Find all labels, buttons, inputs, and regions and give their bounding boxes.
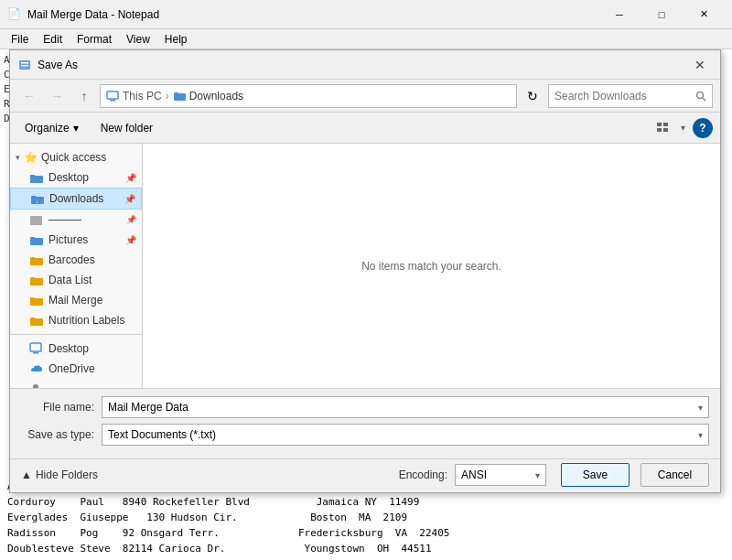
savetype-value: Text Documents (*.txt) xyxy=(108,428,216,441)
user-icon xyxy=(28,382,43,388)
sidebar-item-mailmerge[interactable]: Mail Merge xyxy=(10,290,142,310)
svg-line-6 xyxy=(703,98,705,101)
bg-line-2: Corduroy Paul 8940 Rockefeller Blvd Jama… xyxy=(7,494,725,510)
svg-rect-9 xyxy=(657,128,662,132)
window-controls: ─ □ ✕ xyxy=(598,0,725,29)
sidebar-item-downloads[interactable]: ↓ Downloads 📌 xyxy=(10,188,142,210)
notepad-content: Aristain Sir 5 Dwight St. #121 Miami FL … xyxy=(0,49,732,560)
folder-icon xyxy=(173,90,186,102)
view-arrow: ▾ xyxy=(681,123,685,133)
quick-access-label: Quick access xyxy=(41,151,106,164)
encoding-select[interactable]: ANSI ▾ xyxy=(455,464,546,486)
address-bar: ← → ↑ This PC › Downloads ↻ xyxy=(10,80,720,113)
content-area: ▾ ⭐ Quick access Desktop 📌 xyxy=(10,144,720,389)
app-icon: 📄 xyxy=(7,7,22,22)
quick-access-header[interactable]: ▾ ⭐ Quick access xyxy=(10,147,142,167)
sidebar-item-nutrition[interactable]: Nutrition Labels xyxy=(10,310,142,330)
encoding-value: ANSI xyxy=(461,468,487,481)
forward-button[interactable]: → xyxy=(45,84,69,108)
address-path[interactable]: This PC › Downloads xyxy=(100,84,517,108)
pin-icon: 📌 xyxy=(125,173,136,183)
custom-label: ——— xyxy=(48,213,126,226)
sidebar-item-pictures[interactable]: Pictures 📌 xyxy=(10,230,142,250)
nutrition-label: Nutrition Labels xyxy=(48,314,136,327)
user-label: ——— xyxy=(48,382,136,388)
datalist-label: Data List xyxy=(48,274,136,286)
bottom-row: ▲ Hide Folders Encoding: ANSI ▾ Save Can… xyxy=(10,458,720,492)
nav-pane: ▾ ⭐ Quick access Desktop 📌 xyxy=(10,144,143,388)
new-folder-button[interactable]: New folder xyxy=(93,117,160,139)
nutrition-folder-icon xyxy=(28,313,43,328)
sidebar-item-custom[interactable]: ——— 📌 xyxy=(10,210,142,230)
dialog-toolbar: Organize ▾ New folder ▾ ? xyxy=(10,113,720,144)
window-title: Mail Merge Data - Notepad xyxy=(27,8,598,21)
view-icon xyxy=(656,122,669,135)
back-button[interactable]: ← xyxy=(17,84,41,108)
sidebar-item-desktop[interactable]: Desktop 📌 xyxy=(10,167,142,188)
onedrive-icon xyxy=(28,361,43,376)
downloads-label: Downloads xyxy=(49,192,124,205)
custom-folder-icon xyxy=(28,212,43,227)
encoding-row: Encoding: ANSI ▾ Save Cancel xyxy=(399,463,709,487)
maximize-button[interactable]: □ xyxy=(640,0,683,29)
view-button[interactable] xyxy=(651,117,673,139)
svg-text:↓: ↓ xyxy=(35,197,38,203)
svg-rect-12 xyxy=(30,216,42,225)
svg-rect-13 xyxy=(30,343,41,351)
menu-help[interactable]: Help xyxy=(157,31,195,48)
sidebar-item-onedrive[interactable]: OneDrive xyxy=(10,359,142,379)
filename-value: Mail Merge Data xyxy=(108,401,188,414)
refresh-button[interactable]: ↻ xyxy=(521,84,544,108)
encoding-label: Encoding: xyxy=(399,468,447,481)
search-input[interactable] xyxy=(554,90,692,102)
savetype-dropdown[interactable]: Text Documents (*.txt) ▾ xyxy=(102,424,709,446)
filename-input[interactable]: Mail Merge Data ▾ xyxy=(102,396,709,418)
title-bar: 📄 Mail Merge Data - Notepad ─ □ ✕ xyxy=(0,0,732,29)
desktop-label: Desktop xyxy=(48,171,125,184)
dialog-close-button[interactable]: ✕ xyxy=(687,55,713,75)
save-button[interactable]: Save xyxy=(561,463,630,487)
savetype-row: Save as type: Text Documents (*.txt) ▾ xyxy=(21,424,709,446)
barcodes-label: Barcodes xyxy=(48,253,136,266)
bg-line-5: Doublesteve Steve 82114 Carioca Dr. Youn… xyxy=(7,541,725,556)
datalist-folder-icon xyxy=(28,273,43,287)
cancel-button[interactable]: Cancel xyxy=(640,463,709,487)
search-box[interactable] xyxy=(548,84,713,108)
bg-line-4: Radisson Pog 92 Onsgard Terr. Fredericks… xyxy=(7,525,725,541)
sidebar-item-user[interactable]: ——— xyxy=(10,379,142,388)
menu-format[interactable]: Format xyxy=(70,31,119,48)
downloads-folder-icon: ↓ xyxy=(29,191,44,206)
menu-view[interactable]: View xyxy=(119,31,157,48)
chevron-icon: ▾ xyxy=(16,153,20,162)
barcodes-folder-icon xyxy=(28,253,43,267)
file-pane: No items match your search. xyxy=(143,144,720,388)
sidebar-item-datalist[interactable]: Data List xyxy=(10,270,142,290)
sidebar-item-barcodes[interactable]: Barcodes xyxy=(10,250,142,270)
svg-rect-4 xyxy=(110,100,115,102)
svg-rect-1 xyxy=(21,62,28,64)
menu-file[interactable]: File xyxy=(4,31,36,48)
pin-icon-4: 📌 xyxy=(125,235,136,245)
hide-folders-button[interactable]: ▲ Hide Folders xyxy=(21,468,98,481)
hide-folders-label: Hide Folders xyxy=(36,468,98,481)
minimize-button[interactable]: ─ xyxy=(598,0,640,29)
mailmerge-folder-icon xyxy=(28,293,43,307)
quick-access-icon: ⭐ xyxy=(24,151,38,164)
organize-arrow: ▾ xyxy=(73,122,79,135)
desktop2-icon xyxy=(28,341,43,356)
svg-rect-10 xyxy=(663,128,668,132)
savetype-label: Save as type: xyxy=(21,428,94,441)
dialog-icon xyxy=(17,58,32,72)
up-button[interactable]: ↑ xyxy=(72,84,96,108)
savetype-arrow: ▾ xyxy=(698,430,703,440)
organize-button[interactable]: Organize ▾ xyxy=(17,117,86,139)
sidebar-item-desktop2[interactable]: Desktop xyxy=(10,339,142,359)
menu-edit[interactable]: Edit xyxy=(36,31,70,48)
dialog-title: Save As xyxy=(38,59,687,71)
filename-label: File name: xyxy=(21,401,94,414)
organize-label: Organize xyxy=(25,122,70,135)
onedrive-label: OneDrive xyxy=(48,362,136,375)
close-button[interactable]: ✕ xyxy=(683,0,725,29)
help-button[interactable]: ? xyxy=(693,118,713,138)
svg-rect-7 xyxy=(657,123,662,126)
